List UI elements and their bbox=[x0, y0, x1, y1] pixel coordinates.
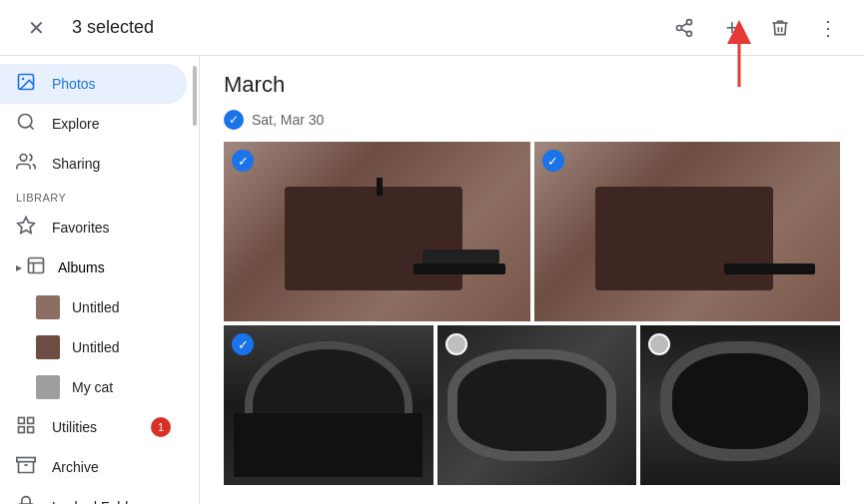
add-icon: + bbox=[726, 15, 739, 41]
photos-label: Photos bbox=[52, 76, 96, 92]
header: ✕ 3 selected + ⋮ bbox=[0, 0, 864, 56]
mycat-thumb bbox=[36, 375, 60, 399]
sidebar-item-photos[interactable]: Photos bbox=[0, 64, 187, 104]
sidebar-item-sharing[interactable]: Sharing bbox=[0, 144, 187, 184]
photo-item-4[interactable] bbox=[437, 325, 637, 485]
svg-line-10 bbox=[30, 125, 34, 129]
sidebar-item-explore[interactable]: Explore bbox=[0, 104, 187, 144]
photo-4-select-check bbox=[445, 333, 467, 355]
date-row: ✓ Sat, Mar 30 bbox=[224, 110, 840, 130]
photo-item-2[interactable]: ✓ bbox=[534, 142, 841, 321]
close-icon: ✕ bbox=[28, 16, 45, 40]
photo-2-select-check: ✓ bbox=[542, 150, 564, 172]
svg-point-11 bbox=[20, 154, 27, 161]
albums-label: Albums bbox=[58, 259, 105, 275]
photo-item-3[interactable]: ✓ bbox=[224, 325, 433, 485]
layout: Photos Explore Sharing Library bbox=[0, 56, 864, 504]
favorites-label: Favorites bbox=[52, 220, 110, 236]
sidebar-item-albums[interactable]: ▸ Albums bbox=[0, 248, 187, 287]
photos-row-1: ✓ ✓ bbox=[224, 142, 840, 321]
svg-line-4 bbox=[681, 23, 687, 26]
svg-point-9 bbox=[19, 114, 32, 127]
locked-label: Locked Folder bbox=[52, 499, 141, 504]
sidebar-item-favorites[interactable]: Favorites bbox=[0, 208, 187, 248]
svg-line-3 bbox=[681, 29, 687, 32]
sidebar-item-utilities[interactable]: Utilities 1 bbox=[0, 407, 187, 447]
share-button[interactable] bbox=[664, 8, 704, 48]
svg-point-1 bbox=[677, 25, 682, 30]
photo-bg-1 bbox=[224, 142, 530, 321]
untitled2-thumb bbox=[36, 335, 60, 359]
more-icon: ⋮ bbox=[818, 16, 838, 40]
main-content: March ✓ Sat, Mar 30 ✓ bbox=[200, 56, 864, 504]
photos-icon bbox=[16, 72, 36, 97]
untitled1-thumb bbox=[36, 295, 60, 319]
archive-icon bbox=[16, 455, 36, 480]
sidebar: Photos Explore Sharing Library bbox=[0, 56, 200, 504]
albums-expand-icon: ▸ bbox=[16, 260, 22, 274]
utilities-label: Utilities bbox=[52, 419, 97, 435]
sidebar-item-untitled1[interactable]: Untitled bbox=[0, 287, 187, 327]
favorites-icon bbox=[16, 216, 36, 241]
share-icon bbox=[674, 18, 694, 38]
svg-rect-14 bbox=[19, 417, 25, 423]
sidebar-item-untitled2[interactable]: Untitled bbox=[0, 327, 187, 367]
photos-row-2: ✓ bbox=[224, 325, 840, 485]
header-actions: + ⋮ bbox=[664, 8, 848, 48]
check-symbol: ✓ bbox=[229, 113, 239, 127]
trash-icon bbox=[770, 18, 790, 38]
svg-rect-16 bbox=[19, 426, 25, 432]
date-label: Sat, Mar 30 bbox=[252, 112, 324, 128]
photo-bg-4 bbox=[437, 325, 637, 485]
utilities-badge: 1 bbox=[151, 417, 171, 437]
explore-icon bbox=[16, 112, 36, 137]
explore-label: Explore bbox=[52, 116, 99, 132]
month-title: March bbox=[224, 72, 840, 98]
archive-label: Archive bbox=[52, 459, 99, 475]
photo-bg-5 bbox=[640, 325, 840, 485]
svg-rect-13 bbox=[29, 257, 44, 272]
svg-rect-17 bbox=[28, 426, 34, 432]
untitled2-label: Untitled bbox=[72, 339, 119, 355]
lock-icon bbox=[16, 495, 36, 505]
photo-3-select-check: ✓ bbox=[232, 333, 254, 355]
untitled1-label: Untitled bbox=[72, 299, 119, 315]
library-section-label: Library bbox=[0, 184, 199, 208]
svg-point-0 bbox=[687, 19, 692, 24]
mycat-label: My cat bbox=[72, 379, 113, 395]
add-button[interactable]: + bbox=[712, 8, 752, 48]
sharing-icon bbox=[16, 152, 36, 177]
svg-rect-18 bbox=[17, 457, 35, 461]
svg-rect-15 bbox=[28, 417, 34, 423]
date-check-icon: ✓ bbox=[224, 110, 244, 130]
utilities-icon bbox=[16, 415, 36, 440]
delete-button[interactable] bbox=[760, 8, 800, 48]
selected-count-label: 3 selected bbox=[72, 17, 154, 38]
close-button[interactable]: ✕ bbox=[16, 8, 56, 48]
sidebar-item-locked[interactable]: Locked Folder bbox=[0, 487, 187, 504]
photo-item-1[interactable]: ✓ bbox=[224, 142, 530, 321]
sidebar-item-mycat[interactable]: My cat bbox=[0, 367, 187, 407]
header-left: ✕ 3 selected bbox=[16, 8, 154, 48]
svg-point-8 bbox=[22, 77, 24, 80]
sidebar-item-archive[interactable]: Archive bbox=[0, 447, 187, 487]
albums-icon bbox=[26, 255, 46, 280]
photo-bg-2 bbox=[534, 142, 841, 321]
sharing-label: Sharing bbox=[52, 156, 100, 172]
svg-marker-12 bbox=[18, 217, 35, 233]
photo-1-select-check: ✓ bbox=[232, 150, 254, 172]
more-button[interactable]: ⋮ bbox=[808, 8, 848, 48]
scroll-track bbox=[193, 66, 197, 126]
photo-item-5[interactable] bbox=[640, 325, 840, 485]
sidebar-content: Photos Explore Sharing Library bbox=[0, 56, 200, 504]
svg-point-2 bbox=[687, 31, 692, 36]
photo-bg-3 bbox=[224, 325, 433, 485]
